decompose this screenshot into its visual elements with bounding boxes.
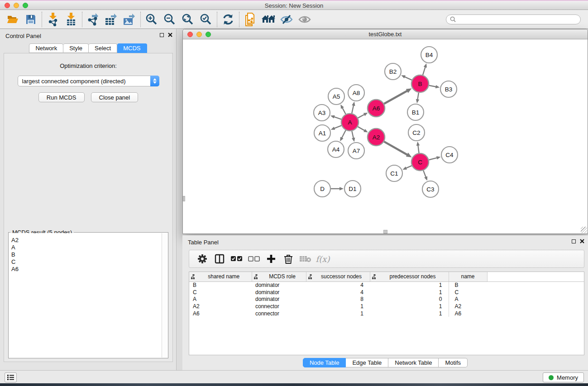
- float-table-panel-icon[interactable]: [572, 239, 576, 243]
- edge-A2-C[interactable]: [384, 142, 408, 155]
- tab-mcds[interactable]: MCDS: [117, 43, 147, 53]
- edge-A-A5[interactable]: [342, 107, 346, 114]
- cell: 1: [370, 303, 449, 310]
- window-resize-grip[interactable]: [581, 227, 587, 233]
- edge-A-A4[interactable]: [341, 130, 345, 138]
- column-header-predecessor-nodes[interactable]: predecessor nodes: [370, 272, 449, 281]
- edge-B-B3[interactable]: [429, 86, 437, 87]
- apply-layout-icon[interactable]: [219, 11, 237, 28]
- table-row[interactable]: A2connector11A2: [189, 303, 584, 310]
- edge-B-B4[interactable]: [423, 67, 425, 75]
- export-network-icon[interactable]: [84, 11, 102, 28]
- network-hscroll-thumb[interactable]: [383, 230, 387, 234]
- network-vscroll-thumb[interactable]: [183, 196, 185, 201]
- arrowhead: [339, 187, 344, 191]
- select-all-checks-icon[interactable]: [228, 251, 245, 267]
- criterion-dropdown[interactable]: largest connected component (directed): [18, 76, 159, 86]
- edge-A-A7[interactable]: [352, 131, 354, 139]
- result-item[interactable]: A: [9, 244, 162, 251]
- add-row-icon[interactable]: [263, 251, 280, 267]
- import-table-icon[interactable]: [62, 11, 80, 28]
- table-toolbar: f(x): [189, 250, 584, 268]
- import-network-icon[interactable]: [44, 11, 62, 28]
- task-history-button[interactable]: [5, 372, 17, 382]
- cell: 4: [306, 289, 370, 296]
- result-item[interactable]: A2: [9, 237, 162, 244]
- zoom-selected-icon[interactable]: [197, 11, 215, 28]
- deselect-all-icon[interactable]: [245, 251, 263, 267]
- result-scrollbar[interactable]: [162, 233, 167, 357]
- delete-table-icon: [297, 251, 314, 267]
- zoom-out-icon[interactable]: [161, 11, 179, 28]
- cell: C: [189, 289, 252, 296]
- search-field[interactable]: [446, 14, 581, 24]
- tab-select[interactable]: Select: [89, 43, 117, 53]
- close-table-panel-icon[interactable]: [580, 239, 584, 243]
- zoom-fit-icon[interactable]: [179, 11, 197, 28]
- edge-A-A6[interactable]: [358, 114, 365, 118]
- edge-B-B1[interactable]: [417, 93, 419, 100]
- tab-node-table[interactable]: Node Table: [303, 358, 346, 367]
- edge-A-A8[interactable]: [352, 105, 354, 113]
- hide-details-icon[interactable]: [277, 11, 296, 28]
- node-label-B1: B1: [412, 109, 420, 116]
- result-item[interactable]: A6: [9, 266, 162, 273]
- edge-A6-B[interactable]: [384, 91, 407, 104]
- table-row[interactable]: A6connector11A6: [189, 310, 584, 317]
- edge-A-A2[interactable]: [358, 127, 365, 131]
- node-label-A: A: [348, 119, 352, 126]
- save-session-icon[interactable]: [22, 11, 40, 28]
- edge-C-C3[interactable]: [423, 171, 426, 178]
- edge-C-C2[interactable]: [418, 145, 419, 153]
- close-panel-button[interactable]: Close panel: [91, 92, 139, 102]
- result-item[interactable]: B: [9, 251, 162, 258]
- edge-A-A3[interactable]: [334, 117, 341, 119]
- home-pair-icon[interactable]: [259, 11, 277, 28]
- memory-button[interactable]: Memory: [543, 372, 584, 382]
- open-file-icon[interactable]: [4, 11, 22, 28]
- close-panel-icon[interactable]: [168, 33, 172, 37]
- cell: B: [449, 281, 487, 289]
- edge-A-A1[interactable]: [334, 125, 341, 129]
- edge-C-C1[interactable]: [406, 166, 412, 168]
- edge-B-B2[interactable]: [404, 76, 412, 80]
- cell: 1: [306, 310, 370, 317]
- tab-style[interactable]: Style: [63, 43, 89, 53]
- table-row[interactable]: Adominator80A: [189, 295, 584, 303]
- tab-network-table[interactable]: Network Table: [388, 358, 439, 367]
- main-toolbar: [0, 10, 588, 29]
- cell: A6: [189, 310, 252, 317]
- tab-edge-table[interactable]: Edge Table: [346, 358, 388, 367]
- node-label-A1: A1: [319, 130, 326, 137]
- optimization-criterion-label: Optimization criterion:: [4, 62, 172, 69]
- network-canvas[interactable]: AA1A2A3A4A5A6A7A8BB1B2B3B4CC1C2C3C4DD1: [183, 40, 588, 234]
- zoom-in-icon[interactable]: [143, 11, 161, 28]
- ndex-networks-icon[interactable]: [241, 11, 259, 28]
- run-mcds-button[interactable]: Run MCDS: [38, 92, 85, 102]
- export-image-icon[interactable]: [120, 11, 139, 28]
- column-header-MCDS-role[interactable]: MCDS role: [252, 272, 306, 281]
- column-header-name[interactable]: name: [449, 272, 487, 281]
- settings-gear-icon[interactable]: [194, 251, 211, 267]
- columns-icon[interactable]: [211, 251, 228, 267]
- cell: 1: [370, 289, 449, 296]
- export-table-icon[interactable]: [102, 11, 120, 28]
- delete-row-icon[interactable]: [280, 251, 297, 267]
- column-tree-icon: [254, 274, 259, 279]
- search-input[interactable]: [458, 16, 577, 23]
- table-row[interactable]: Bdominator41B: [189, 281, 584, 289]
- mcds-result-list[interactable]: A2ABCA6: [9, 233, 162, 357]
- tab-motifs[interactable]: Motifs: [439, 358, 468, 367]
- tab-network[interactable]: Network: [29, 43, 63, 53]
- cell: C: [449, 289, 487, 296]
- result-item[interactable]: C: [9, 258, 162, 266]
- column-header-successor-nodes[interactable]: successor nodes: [306, 272, 370, 281]
- node-label-A4: A4: [332, 146, 340, 153]
- float-panel-icon[interactable]: [160, 33, 164, 37]
- column-label: successor nodes: [315, 273, 368, 280]
- show-details-icon[interactable]: [296, 11, 314, 28]
- edge-C-C4[interactable]: [429, 157, 437, 160]
- arrowhead: [352, 102, 355, 106]
- table-row[interactable]: Cdominator41C: [189, 289, 584, 296]
- column-header-shared-name[interactable]: shared name: [189, 272, 252, 281]
